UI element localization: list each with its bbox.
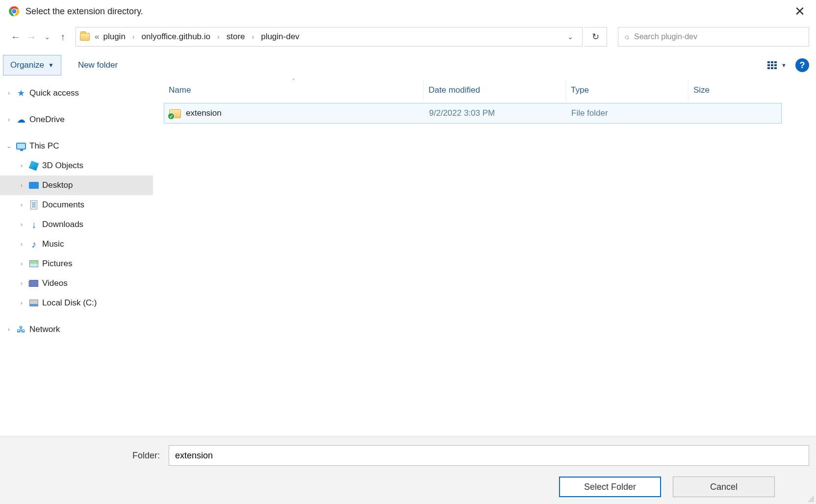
nav-tree: › ★ Quick access › ☁ OneDrive ⌄ This PC … [0, 79, 153, 436]
up-button[interactable]: ↑ [56, 30, 70, 44]
tree-local-disk[interactable]: › Local Disk (C:) [0, 293, 153, 313]
resize-grip[interactable] [807, 495, 814, 502]
chevron-down-icon: ▼ [781, 62, 787, 68]
refresh-button[interactable]: ↻ [585, 27, 607, 47]
tree-label: OneDrive [29, 115, 65, 125]
recent-locations-dropdown[interactable]: ⌄ [40, 30, 54, 44]
tree-this-pc[interactable]: ⌄ This PC [0, 136, 153, 156]
disk-icon [28, 298, 39, 308]
tree-label: Quick access [29, 88, 79, 98]
chevron-down-icon: ⌄ [5, 143, 13, 150]
tree-quick-access[interactable]: › ★ Quick access [0, 83, 153, 103]
tree-documents[interactable]: › Documents [0, 195, 153, 215]
music-icon: ♪ [28, 239, 39, 249]
chevron-right-icon: › [18, 300, 26, 306]
videos-icon [28, 278, 39, 288]
chevron-right-icon: › [18, 182, 26, 189]
tree-label: Downloads [42, 220, 83, 229]
breadcrumb-segment[interactable]: onlyoffice.github.io [141, 32, 212, 42]
address-dropdown[interactable]: ⌄ [562, 33, 578, 41]
tree-label: Documents [42, 200, 84, 210]
titlebar: Select the extension directory. ✕ [0, 0, 816, 23]
chevron-right-icon: › [18, 221, 26, 228]
chevron-right-icon: › [5, 90, 13, 97]
chevron-right-icon: › [18, 162, 26, 169]
download-icon: ↓ [28, 220, 39, 229]
column-header-size[interactable]: Size [688, 79, 782, 101]
column-headers: ˄ Name Date modified Type Size [153, 79, 782, 101]
view-options-button[interactable]: ▼ [767, 61, 787, 69]
search-input[interactable] [634, 32, 803, 41]
address-bar[interactable]: plugin › onlyoffice.github.io › store › … [76, 27, 583, 47]
tree-3d-objects[interactable]: › 3D Objects [0, 156, 153, 176]
svg-point-3 [12, 9, 16, 13]
help-button[interactable]: ? [795, 58, 809, 72]
tree-label: Network [29, 325, 60, 334]
chevron-right-icon: › [18, 280, 26, 287]
breadcrumb-segment[interactable]: plugin-dev [260, 32, 300, 42]
main-split: › ★ Quick access › ☁ OneDrive ⌄ This PC … [0, 79, 816, 436]
sort-ascending-icon: ˄ [292, 78, 295, 84]
tree-network[interactable]: › 🖧 Network [0, 320, 153, 339]
chevron-right-icon: › [18, 260, 26, 267]
folder-name-input[interactable] [169, 445, 809, 466]
breadcrumb-segment[interactable]: plugin [94, 32, 127, 42]
tree-onedrive[interactable]: › ☁ OneDrive [0, 110, 153, 129]
search-icon: ⌕ [624, 32, 629, 41]
folder-synced-icon: ✓ [169, 108, 181, 118]
folder-name-label: Folder: [7, 451, 163, 461]
select-folder-button[interactable]: Select Folder [559, 477, 661, 497]
tree-label: Local Disk (C:) [42, 298, 97, 308]
file-type: File folder [566, 108, 689, 118]
tree-label: This PC [29, 141, 59, 151]
network-icon: 🖧 [16, 325, 26, 334]
tree-desktop[interactable]: › Desktop [0, 176, 153, 195]
column-label: Date modified [429, 85, 480, 95]
tree-label: Music [42, 239, 64, 249]
close-button[interactable]: ✕ [790, 2, 809, 21]
column-header-type[interactable]: Type [566, 79, 688, 101]
desktop-icon [28, 180, 39, 190]
cancel-button[interactable]: Cancel [673, 477, 775, 497]
chevron-right-icon: › [18, 241, 26, 248]
chevron-down-icon: ▼ [48, 62, 54, 69]
document-icon [28, 200, 39, 210]
column-header-date[interactable]: Date modified [424, 79, 566, 101]
back-button[interactable]: ← [9, 30, 23, 44]
column-label: Name [169, 85, 191, 95]
tree-downloads[interactable]: › ↓ Downloads [0, 215, 153, 234]
tree-label: Pictures [42, 259, 72, 269]
chevron-right-icon: › [250, 33, 256, 41]
chevron-right-icon: › [130, 33, 137, 41]
cloud-icon: ☁ [16, 115, 26, 125]
column-label: Type [571, 85, 589, 95]
tree-pictures[interactable]: › Pictures [0, 254, 153, 274]
navbar: ← → ⌄ ↑ plugin › onlyoffice.github.io › … [0, 23, 816, 51]
file-list: ˄ Name Date modified Type Size ✓ extensi… [153, 79, 816, 436]
tree-label: Videos [42, 278, 68, 288]
tree-label: Desktop [42, 180, 73, 190]
cube-icon [28, 161, 39, 171]
file-date: 9/2/2022 3:03 PM [424, 108, 566, 118]
monitor-icon [16, 141, 26, 151]
breadcrumb-segment[interactable]: store [226, 32, 246, 42]
tree-videos[interactable]: › Videos [0, 274, 153, 293]
bottom-panel: Folder: Select Folder Cancel [0, 436, 816, 504]
forward-button[interactable]: → [25, 30, 38, 44]
chevron-right-icon: › [5, 326, 13, 333]
column-label: Size [693, 85, 710, 95]
dialog-title: Select the extension directory. [26, 6, 143, 17]
view-grid-icon [767, 61, 777, 69]
file-row-selected[interactable]: ✓ extension 9/2/2022 3:03 PM File folder [164, 103, 782, 124]
chrome-icon [9, 6, 20, 17]
organize-label: Organize [10, 60, 44, 70]
search-box[interactable]: ⌕ [618, 27, 809, 47]
chevron-right-icon: › [5, 116, 13, 123]
column-header-name[interactable]: ˄ Name [164, 79, 424, 101]
new-folder-button[interactable]: New folder [77, 57, 119, 73]
tree-label: 3D Objects [42, 161, 83, 171]
tree-music[interactable]: › ♪ Music [0, 234, 153, 254]
organize-button[interactable]: Organize ▼ [3, 55, 61, 76]
toolbar: Organize ▼ New folder ▼ ? [0, 51, 816, 79]
folder-icon [80, 33, 90, 41]
